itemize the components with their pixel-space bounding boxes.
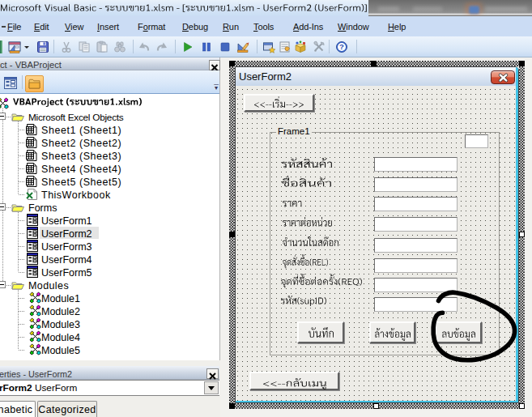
svg-text:?: ? <box>339 42 344 51</box>
